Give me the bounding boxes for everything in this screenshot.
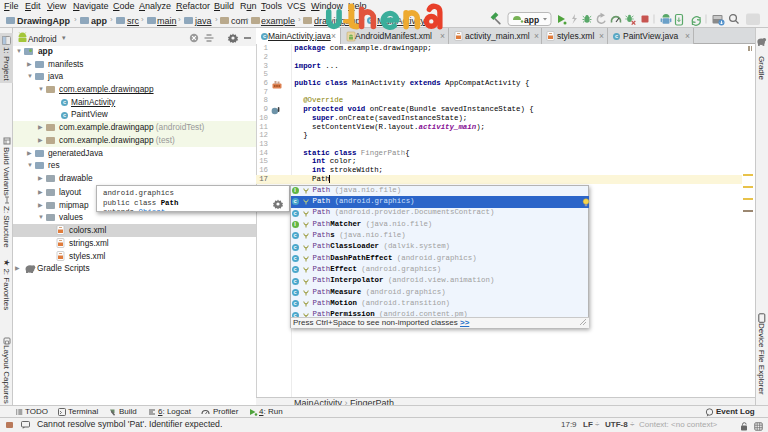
svg-text:app: app — [524, 15, 539, 25]
